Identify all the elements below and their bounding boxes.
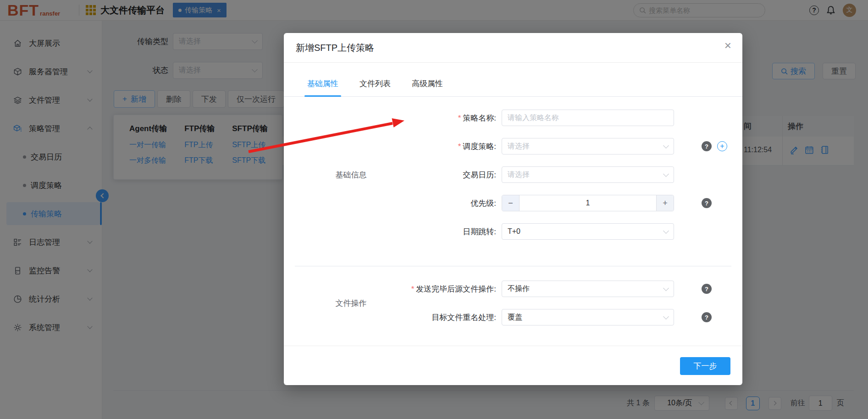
post-send-action-select[interactable]: 不操作	[502, 281, 674, 297]
schedule-policy-label: *调度策略:	[386, 141, 496, 152]
rename-handling-label: 目标文件重名处理:	[386, 312, 496, 323]
close-icon[interactable]: ×	[724, 39, 731, 51]
post-send-action-label: *发送完毕后源文件操作:	[386, 284, 496, 294]
tab-basic-properties[interactable]: 基础属性	[307, 78, 338, 96]
next-step-button[interactable]: 下一步	[680, 357, 730, 375]
tab-file-list[interactable]: 文件列表	[359, 78, 391, 96]
date-jump-label: 日期跳转:	[386, 226, 496, 237]
decrement-button[interactable]: −	[502, 195, 520, 211]
policy-name-input[interactable]	[502, 110, 674, 126]
trade-calendar-label: 交易日历:	[386, 170, 496, 180]
chevron-down-icon	[663, 285, 669, 291]
section-divider	[295, 266, 731, 266]
priority-value[interactable]: 1	[520, 195, 656, 211]
priority-label: 优先级:	[386, 198, 496, 209]
trade-calendar-select[interactable]: 请选择	[502, 166, 674, 183]
chevron-down-icon	[663, 228, 669, 234]
priority-stepper: − 1 +	[502, 195, 674, 211]
chevron-down-icon	[663, 314, 669, 320]
help-icon[interactable]: ?	[702, 141, 712, 151]
modal-footer: 下一步	[284, 346, 742, 375]
help-icon[interactable]: ?	[702, 198, 712, 208]
date-jump-select[interactable]: T+0	[502, 223, 674, 240]
policy-name-label: *策略名称:	[386, 113, 496, 123]
group-label-basic-info: 基础信息	[284, 170, 386, 180]
chevron-down-icon	[663, 171, 669, 177]
schedule-policy-select[interactable]: 请选择	[502, 138, 674, 154]
modal-tabs: 基础属性 文件列表 高级属性	[284, 63, 742, 97]
modal-title: 新增SFTP上传策略	[296, 42, 374, 54]
tab-advanced-properties[interactable]: 高级属性	[412, 78, 443, 96]
help-icon[interactable]: ?	[702, 284, 712, 294]
increment-button[interactable]: +	[656, 195, 674, 211]
rename-handling-select[interactable]: 覆盖	[502, 309, 674, 325]
add-schedule-policy-icon[interactable]: +	[717, 141, 727, 151]
help-icon[interactable]: ?	[702, 312, 712, 322]
chevron-down-icon	[663, 143, 669, 149]
group-label-file-ops: 文件操作	[284, 298, 386, 309]
add-sftp-upload-policy-modal: 新增SFTP上传策略 × 基础属性 文件列表 高级属性 *策略名称: *调度策略…	[284, 33, 742, 385]
